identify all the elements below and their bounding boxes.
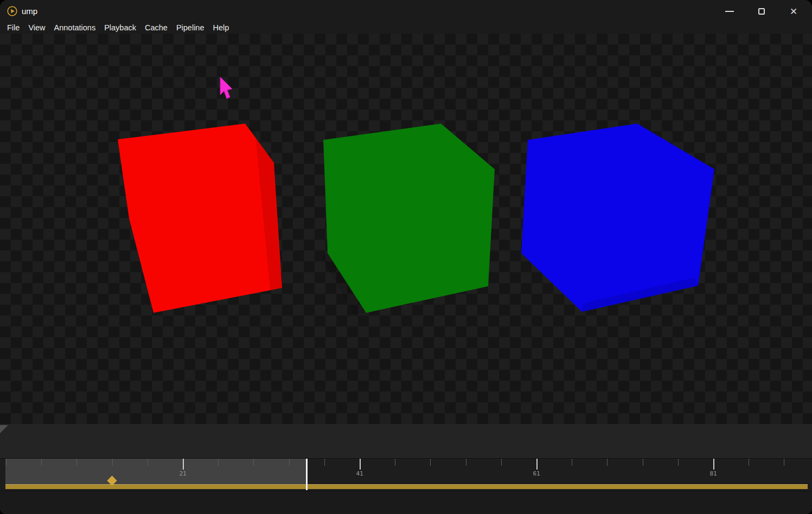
menu-pipeline[interactable]: Pipeline	[172, 22, 209, 34]
timeline-tick	[536, 459, 538, 470]
app-window: ump ✕ File View Annotations Playback Cac…	[0, 0, 812, 514]
timeline-tick	[572, 459, 572, 466]
timeline-tick-label: 61	[533, 470, 540, 477]
window-title: ump	[22, 7, 37, 16]
minimize-button[interactable]	[723, 4, 737, 18]
timeline-tick	[430, 459, 431, 466]
maximize-button[interactable]	[755, 4, 769, 18]
timeline[interactable]: 21416181	[0, 458, 812, 491]
status-bar: Volume: 100% Loop: ↻ SINGLE LOOP 00:01.4…	[0, 491, 812, 514]
timeline-tick	[607, 459, 608, 466]
timeline-tick	[784, 459, 784, 466]
timeline-tick-label: 81	[709, 470, 717, 477]
menu-playback[interactable]: Playback	[100, 22, 140, 34]
timeline-tick	[76, 459, 77, 466]
menu-view[interactable]: View	[24, 22, 49, 34]
close-icon: ✕	[790, 7, 797, 16]
viewer-canvas[interactable]	[0, 34, 812, 424]
timeline-played-region	[5, 459, 306, 485]
minimize-icon	[725, 11, 734, 12]
timeline-tick	[183, 459, 184, 470]
timeline-tick	[643, 459, 643, 466]
menu-bar: File View Annotations Playback Cache Pip…	[0, 22, 812, 34]
close-button[interactable]: ✕	[787, 4, 801, 18]
timeline-tick	[253, 459, 254, 466]
menu-file[interactable]: File	[3, 22, 24, 34]
green-cube	[322, 124, 495, 314]
timeline-tick	[360, 459, 361, 470]
resize-corner-icon[interactable]	[0, 425, 8, 433]
timeline-tick	[289, 459, 290, 466]
timeline-tick	[148, 459, 148, 466]
timeline-tick	[749, 459, 749, 466]
timeline-tick	[112, 459, 113, 466]
toolbar: T	[0, 424, 812, 458]
playhead[interactable]	[306, 459, 308, 490]
timeline-tick-label: 41	[356, 470, 363, 477]
title-bar: ump ✕	[0, 0, 812, 22]
timeline-tick	[6, 459, 7, 466]
timeline-tick	[324, 459, 325, 466]
timeline-tick	[501, 459, 502, 466]
menu-cache[interactable]: Cache	[140, 22, 172, 34]
blue-cube	[521, 124, 714, 312]
cache-bar	[5, 484, 808, 489]
menu-annotations[interactable]: Annotations	[50, 22, 100, 34]
mouse-cursor-icon	[220, 77, 232, 99]
timeline-tick	[466, 459, 466, 466]
menu-help[interactable]: Help	[209, 22, 234, 34]
timeline-tick	[678, 459, 679, 466]
maximize-icon	[758, 8, 765, 15]
red-cube	[118, 124, 282, 313]
timeline-tick	[41, 459, 42, 466]
timeline-tick-label: 21	[179, 470, 186, 477]
green-cube-face	[323, 124, 495, 313]
app-logo-play-icon	[7, 5, 18, 17]
timeline-tick	[218, 459, 219, 466]
timeline-tick	[713, 459, 714, 470]
timeline-tick	[395, 459, 395, 466]
